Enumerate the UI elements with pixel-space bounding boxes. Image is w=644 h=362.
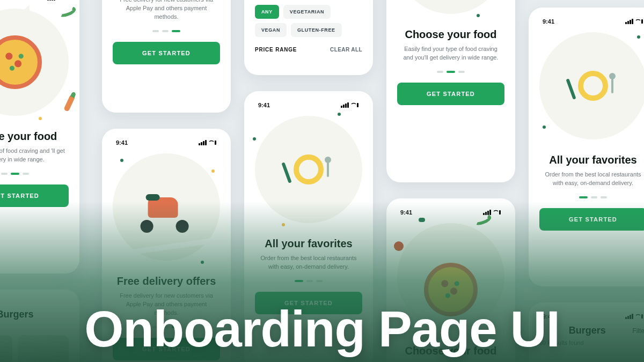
onboarding-subtitle: nd your type of food craving and 'll get… bbox=[0, 147, 65, 164]
onboarding-subtitle: Order from the best local restaurants wi… bbox=[543, 171, 643, 188]
status-bar: 9:41 bbox=[113, 137, 220, 151]
filter-section-price: PRICE RANGE bbox=[255, 47, 297, 53]
phone-choose-full: Choose your food Easily find your type o… bbox=[386, 0, 515, 182]
page-indicator bbox=[113, 30, 220, 32]
status-indicators-icon bbox=[199, 140, 217, 145]
svg-rect-10 bbox=[341, 106, 342, 108]
svg-rect-2 bbox=[52, 0, 53, 1]
clear-all-button[interactable]: CLEAR ALL bbox=[330, 47, 362, 53]
svg-rect-24 bbox=[641, 19, 643, 24]
pizza-illustration bbox=[397, 0, 504, 14]
svg-rect-23 bbox=[632, 19, 633, 24]
get-started-button[interactable]: GET STARTED bbox=[397, 83, 504, 105]
status-bar: 9:41 bbox=[539, 16, 644, 30]
svg-rect-9 bbox=[215, 141, 216, 145]
status-indicators-icon bbox=[341, 102, 359, 108]
status-time: 9:41 bbox=[258, 102, 270, 108]
status-bar: 9:41 bbox=[255, 100, 362, 114]
svg-rect-11 bbox=[343, 105, 345, 108]
svg-rect-22 bbox=[630, 20, 631, 24]
svg-rect-14 bbox=[357, 103, 358, 107]
page-indicator bbox=[0, 173, 69, 175]
onboarding-subtitle: Easily find your type of food craving an… bbox=[400, 45, 501, 62]
status-bar: 9:41 bbox=[0, 0, 69, 6]
svg-rect-1 bbox=[49, 0, 51, 1]
onboarding-subtitle: Free delivery for new customers via Appl… bbox=[116, 0, 217, 21]
svg-rect-20 bbox=[625, 22, 627, 24]
svg-rect-0 bbox=[47, 0, 49, 1]
pizza-illustration bbox=[0, 9, 69, 116]
chip-vegetarian[interactable]: VEGETARIAN bbox=[283, 5, 331, 19]
chip-vegan[interactable]: VEGAN bbox=[255, 23, 287, 37]
get-started-button[interactable]: GET STARTED bbox=[113, 42, 220, 64]
svg-rect-3 bbox=[54, 0, 55, 1]
onboarding-title: Choose your food bbox=[397, 28, 504, 41]
status-time: 9:41 bbox=[543, 18, 554, 25]
status-indicators-icon bbox=[625, 19, 643, 24]
hero-title: Onboarding Page UI bbox=[0, 304, 644, 354]
svg-rect-5 bbox=[199, 143, 200, 145]
dietary-chip-row: ANY VEGETARIAN VEGAN GLUTEN-FREE bbox=[255, 5, 362, 37]
svg-rect-12 bbox=[345, 104, 347, 108]
svg-rect-7 bbox=[203, 141, 204, 145]
design-showcase: 9:41 hoose your food nd your type of foo… bbox=[0, 0, 644, 362]
status-time: 9:41 bbox=[116, 139, 128, 146]
svg-rect-21 bbox=[627, 21, 629, 24]
onboarding-title: hoose your food bbox=[0, 130, 69, 143]
status-indicators-icon bbox=[47, 0, 65, 1]
chip-gluten-free[interactable]: GLUTEN-FREE bbox=[291, 23, 342, 37]
onboarding-title: All your favorites bbox=[539, 153, 644, 166]
phone-filter: DIETARY CLEAR ALL ANY VEGETARIAN VEGAN G… bbox=[244, 0, 373, 75]
svg-rect-13 bbox=[347, 102, 349, 108]
chip-any[interactable]: ANY bbox=[255, 5, 279, 19]
svg-rect-6 bbox=[201, 142, 202, 145]
plate-illustration bbox=[539, 32, 644, 139]
svg-rect-8 bbox=[205, 140, 207, 145]
phone-free-delivery-top: Free delivery offers Free delivery for n… bbox=[102, 0, 231, 113]
